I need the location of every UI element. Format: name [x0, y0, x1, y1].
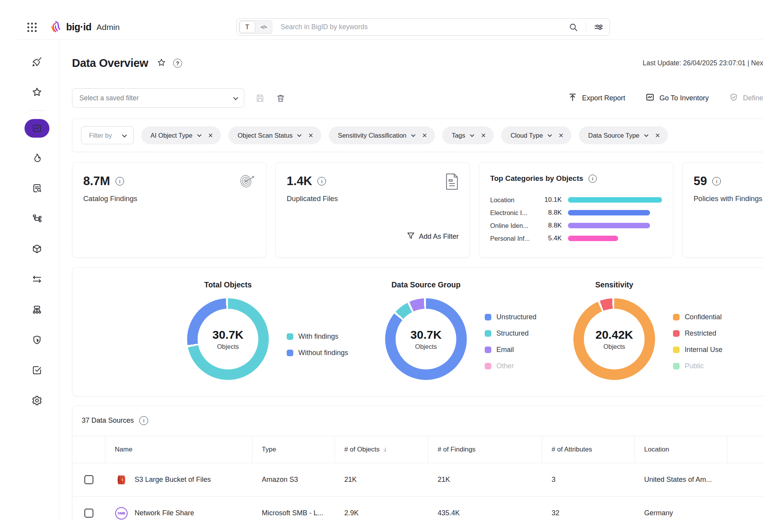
column-header-objects[interactable]: # of Objects ↓	[335, 436, 428, 463]
remove-chip-icon[interactable]: ✕	[308, 132, 313, 139]
text-search-toggle[interactable]: T	[240, 21, 255, 33]
row-checkbox[interactable]	[84, 475, 93, 484]
go-to-inventory-button[interactable]: Go To Inventory	[645, 93, 709, 104]
search-icon[interactable]	[566, 19, 581, 35]
filter-chip-data-source-type[interactable]: Data Source Type✕	[579, 126, 668, 144]
legend-item[interactable]: With findings	[287, 332, 348, 341]
table-row[interactable]: S3 Large Bucket of Files Amazon S3 21K 2…	[72, 463, 763, 497]
category-bar	[568, 197, 662, 203]
sidebar-item-classification[interactable]	[25, 204, 49, 234]
data-source-name[interactable]: S3 Large Bucket of Files	[135, 476, 211, 484]
policies-label: Policies with Findings	[694, 194, 763, 203]
attributes-count: 32	[542, 497, 635, 520]
top-categories-card: Top Categories by Objects i Location 10.…	[479, 162, 673, 258]
location-value: United States of Am...	[635, 463, 727, 497]
remove-chip-icon[interactable]: ✕	[422, 132, 427, 139]
column-header-findings[interactable]: # of Findings	[428, 436, 542, 463]
legend-swatch	[287, 350, 293, 356]
column-header-attributes[interactable]: # of Attributes	[542, 436, 635, 463]
chevron-down-icon	[470, 133, 474, 137]
last-update-text: Last Update: 26/04/2025 23:07:01 | Nex	[643, 59, 763, 67]
sidebar-item-catalog[interactable]	[25, 174, 49, 204]
sidebar-item-objects[interactable]	[25, 234, 49, 265]
saved-filter-select[interactable]: Select a saved filter	[72, 88, 244, 108]
filter-chip-cloud-type[interactable]: Cloud Type✕	[501, 126, 571, 144]
table-row[interactable]: SMB Network File Share Microsoft SMB - L…	[72, 497, 763, 520]
findings-count: 435.4K	[428, 497, 542, 520]
filter-chip-ai-object-type[interactable]: AI Object Type✕	[141, 126, 221, 144]
sidebar-item-dashboard-active[interactable]	[25, 113, 49, 144]
sidebar-item-data-flows[interactable]	[25, 265, 49, 295]
legend-item[interactable]: Unstructured	[485, 313, 536, 321]
sort-descending-icon[interactable]: ↓	[384, 446, 387, 453]
chevron-down-icon	[411, 133, 415, 137]
legend-item-disabled[interactable]: Other	[485, 362, 536, 370]
sidebar-item-tasks[interactable]	[25, 356, 49, 386]
query-search-toggle[interactable]: </>	[256, 21, 272, 33]
chevron-down-icon	[197, 133, 201, 137]
info-icon[interactable]: i	[589, 175, 597, 183]
legend-item[interactable]: Email	[485, 346, 536, 354]
filter-chip-tags[interactable]: Tags✕	[442, 126, 494, 144]
data-source-name[interactable]: Network File Share	[135, 509, 194, 517]
sidebar-item-rocket[interactable]	[25, 47, 49, 78]
legend-item-disabled[interactable]: Public	[673, 362, 722, 370]
info-icon[interactable]: i	[712, 177, 721, 186]
define-button[interactable]: Define	[729, 93, 763, 104]
sidebar-item-settings[interactable]	[25, 386, 49, 416]
legend-swatch	[485, 330, 491, 337]
target-icon	[238, 173, 256, 190]
column-header-name[interactable]: Name	[105, 436, 252, 463]
data-source-type: Microsoft SMB - L...	[252, 497, 335, 520]
filter-chip-object-scan-status[interactable]: Object Scan Status✕	[228, 126, 321, 144]
global-search-bar[interactable]: T </>	[237, 18, 610, 36]
export-report-button[interactable]: Export Report	[568, 93, 625, 104]
filter-chips-bar: Filter by AI Object Type✕ Object Scan St…	[72, 119, 763, 152]
sidebar-item-access[interactable]	[25, 326, 49, 356]
findings-count: 21K	[428, 463, 542, 497]
policies-card: 59 i Policies with Findings	[682, 162, 763, 258]
top-categories-title: Top Categories by Objects	[490, 174, 583, 183]
legend-swatch	[485, 314, 491, 320]
select-all-header[interactable]	[72, 436, 105, 463]
remove-chip-icon[interactable]: ✕	[208, 132, 213, 139]
info-icon[interactable]: i	[139, 416, 148, 425]
legend-item[interactable]: Structured	[485, 329, 536, 338]
filter-by-dropdown[interactable]: Filter by	[81, 126, 134, 144]
remove-chip-icon[interactable]: ✕	[481, 132, 486, 139]
save-filter-icon[interactable]	[255, 93, 265, 103]
info-icon[interactable]: i	[116, 177, 124, 186]
legend-item[interactable]: Restricted	[673, 329, 722, 338]
remove-chip-icon[interactable]: ✕	[655, 132, 660, 139]
column-header-location[interactable]: Location	[635, 436, 727, 463]
sidebar-item-hotspots[interactable]	[25, 144, 49, 174]
fingerprint-logo-icon	[49, 19, 63, 35]
search-input[interactable]	[272, 23, 566, 31]
donut-center-value: 20.42K	[596, 328, 633, 341]
legend-item[interactable]: Confidential	[673, 313, 722, 321]
legend-item[interactable]: Without findings	[287, 349, 348, 357]
main-content: Data Overview ? Last Update: 26/04/2025 …	[60, 40, 763, 520]
left-sidebar	[15, 40, 60, 520]
objects-count: 2.9K	[335, 497, 428, 520]
chart-title: Total Objects	[172, 280, 284, 289]
column-header-type[interactable]: Type	[252, 436, 335, 463]
sidebar-item-hierarchy[interactable]	[25, 295, 49, 326]
filter-chip-sensitivity-classification[interactable]: Sensitivity Classification✕	[329, 126, 435, 144]
cube-icon	[32, 243, 42, 256]
favorite-star-icon[interactable]	[157, 58, 166, 69]
charts-card: Total Objects 30.7K Objects With finding…	[72, 267, 763, 396]
add-as-filter-button[interactable]: Add As Filter	[407, 231, 459, 242]
legend-item[interactable]: Internal Use	[673, 346, 722, 354]
remove-chip-icon[interactable]: ✕	[559, 132, 564, 139]
info-icon[interactable]: i	[317, 177, 326, 186]
add-as-filter-label: Add As Filter	[419, 233, 459, 241]
sidebar-item-favorites[interactable]	[25, 78, 49, 108]
app-grid-icon[interactable]	[26, 22, 37, 32]
delete-filter-icon[interactable]	[276, 93, 286, 103]
help-icon[interactable]: ?	[173, 59, 182, 68]
legend-swatch	[673, 330, 680, 337]
row-checkbox[interactable]	[84, 509, 93, 518]
catalog-findings-value: 8.7M	[83, 174, 110, 188]
advanced-search-icon[interactable]	[591, 19, 606, 35]
